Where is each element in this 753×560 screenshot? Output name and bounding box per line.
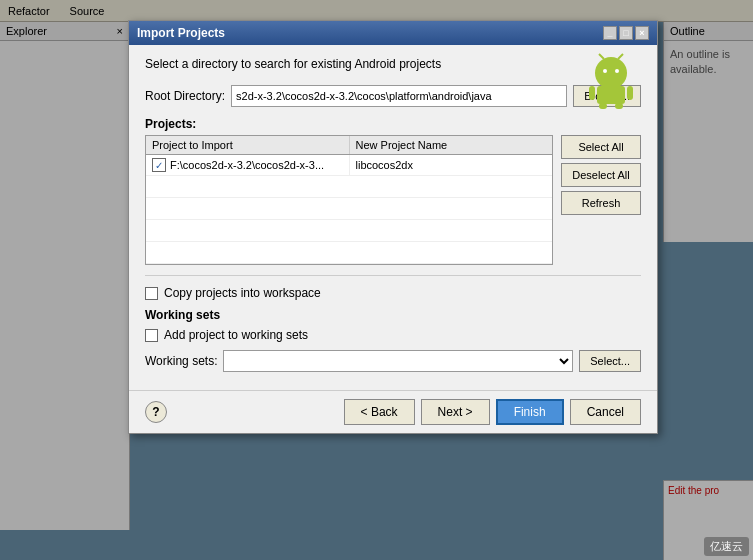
ws-select[interactable] [223,350,573,372]
projects-buttons: Select All Deselect All Refresh [561,135,641,265]
refresh-button[interactable]: Refresh [561,191,641,215]
root-directory-row: Root Directory: Browse... [145,85,641,107]
select-all-button[interactable]: Select All [561,135,641,159]
working-sets-title: Working sets [145,308,641,322]
close-button[interactable]: × [635,26,649,40]
deselect-all-button[interactable]: Deselect All [561,163,641,187]
td-name: libcocos2dx [350,156,553,174]
dialog-title: Import Projects [137,26,225,40]
table-row-empty-3 [146,220,552,242]
svg-point-0 [595,57,627,89]
root-directory-input[interactable] [231,85,567,107]
table-row-empty-1 [146,176,552,198]
minimize-button[interactable]: _ [603,26,617,40]
svg-line-3 [599,54,604,59]
watermark: 亿速云 [704,537,749,556]
svg-rect-7 [627,86,633,100]
next-button[interactable]: Next > [421,399,490,425]
select-ws-button[interactable]: Select... [579,350,641,372]
col-project: Project to Import [146,136,350,154]
projects-section-label: Projects: [145,117,641,131]
android-logo [581,51,641,111]
titlebar-buttons: _ □ × [603,26,649,40]
svg-rect-8 [599,103,607,109]
projects-area: Project to Import New Project Name ✓ F:\… [145,135,641,265]
td-project: ✓ F:\cocos2d-x-3.2\cocos2d-x-3... [146,155,350,175]
add-ws-label: Add project to working sets [164,328,308,342]
copy-checkbox[interactable] [145,287,158,300]
svg-line-4 [618,54,623,59]
cancel-button[interactable]: Cancel [570,399,641,425]
col-name: New Project Name [350,136,553,154]
import-dialog: Import Projects _ □ × [128,20,658,434]
finish-button[interactable]: Finish [496,399,564,425]
separator-1 [145,275,641,276]
copy-checkbox-label: Copy projects into workspace [164,286,321,300]
table-row[interactable]: ✓ F:\cocos2d-x-3.2\cocos2d-x-3... libcoc… [146,155,552,176]
table-header: Project to Import New Project Name [146,136,552,155]
working-sets-row: Working sets: Select... [145,350,641,372]
dialog-body: Select a directory to search for existin… [129,45,657,390]
dialog-titlebar: Import Projects _ □ × [129,21,657,45]
back-button[interactable]: < Back [344,399,415,425]
project-path: F:\cocos2d-x-3.2\cocos2d-x-3... [170,159,324,171]
dialog-footer: ? < Back Next > Finish Cancel [129,390,657,433]
svg-rect-6 [589,86,595,100]
footer-right: < Back Next > Finish Cancel [344,399,641,425]
watermark-text: 亿速云 [710,540,743,552]
footer-left: ? [145,401,167,423]
row-checkbox[interactable]: ✓ [152,158,166,172]
add-ws-row: Add project to working sets [145,328,641,342]
root-directory-label: Root Directory: [145,89,225,103]
copy-checkbox-row: Copy projects into workspace [145,286,641,300]
help-button[interactable]: ? [145,401,167,423]
svg-point-2 [615,69,619,73]
table-row-empty-2 [146,198,552,220]
maximize-button[interactable]: □ [619,26,633,40]
dialog-subtitle: Select a directory to search for existin… [145,57,641,71]
add-ws-checkbox[interactable] [145,329,158,342]
ws-label: Working sets: [145,354,217,368]
svg-rect-9 [615,103,623,109]
svg-point-1 [603,69,607,73]
svg-rect-5 [597,86,625,104]
projects-table: Project to Import New Project Name ✓ F:\… [145,135,553,265]
table-row-empty-4 [146,242,552,264]
